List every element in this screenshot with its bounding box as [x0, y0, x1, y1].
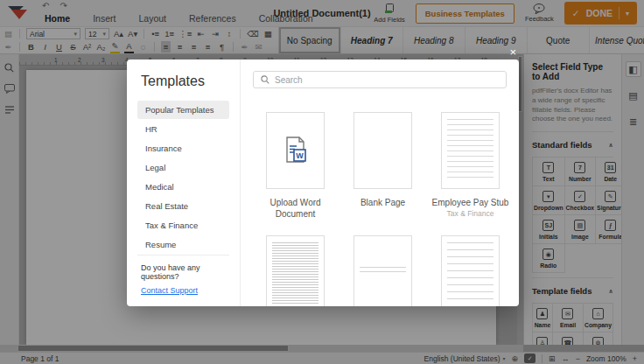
contact-support-link[interactable]: Contact Support [141, 286, 198, 295]
template-card-label: Employee Pay Stub [428, 197, 513, 208]
search-icon [261, 75, 270, 84]
modal-category-list: Popular TemplatesHRInsuranceLegalMedical… [137, 101, 229, 255]
modal-category-item[interactable]: Medical [137, 178, 229, 196]
template-thumbnail [441, 235, 500, 306]
modal-category-item[interactable]: HR [137, 120, 229, 138]
template-card[interactable] [253, 235, 338, 306]
template-card[interactable]: W Upload Word Document [253, 112, 338, 220]
template-card[interactable] [340, 235, 425, 306]
modal-category-item[interactable]: Resume [137, 235, 229, 254]
template-search[interactable] [253, 71, 507, 88]
support-question: Do you have any questions? [141, 263, 226, 281]
template-card[interactable] [428, 235, 513, 306]
template-card[interactable]: Blank Page [340, 112, 425, 220]
template-thumbnail [441, 112, 500, 189]
templates-modal: × Templates Popular TemplatesHRInsurance… [127, 60, 519, 306]
template-card-category: Tax & Finance [428, 209, 513, 218]
modal-sidebar: Templates Popular TemplatesHRInsuranceLe… [127, 60, 241, 306]
template-card[interactable]: Employee Pay Stub Tax & Finance [428, 112, 513, 220]
svg-text:W: W [296, 151, 304, 160]
template-thumbnail: W [266, 112, 325, 189]
modal-title: Templates [137, 74, 229, 89]
app-root: ↶ ↷ HomeInsertLayoutReferencesCollaborat… [0, 0, 644, 364]
modal-body: W Upload Word Document Blank Page [241, 60, 519, 306]
template-thumbnail [354, 112, 412, 189]
modal-category-item[interactable]: Popular Templates [137, 101, 229, 119]
modal-category-item[interactable]: Legal [137, 158, 229, 177]
template-thumbnail [354, 235, 412, 306]
template-search-input[interactable] [275, 75, 499, 85]
modal-footer: Do you have any questions? Contact Suppo… [137, 255, 229, 297]
modal-category-item[interactable]: Real Estate [137, 197, 229, 215]
template-cards: W Upload Word Document Blank Page [253, 112, 507, 306]
modal-category-item[interactable]: Insurance [137, 139, 229, 158]
template-card-label: Blank Page [340, 197, 425, 208]
template-thumbnail [266, 235, 325, 306]
templates-modal-inner: Templates Popular TemplatesHRInsuranceLe… [127, 60, 519, 306]
close-icon[interactable]: × [509, 46, 516, 58]
modal-category-item[interactable]: Tax & Finance [137, 216, 229, 234]
template-card-label: Upload Word Document [253, 197, 338, 220]
